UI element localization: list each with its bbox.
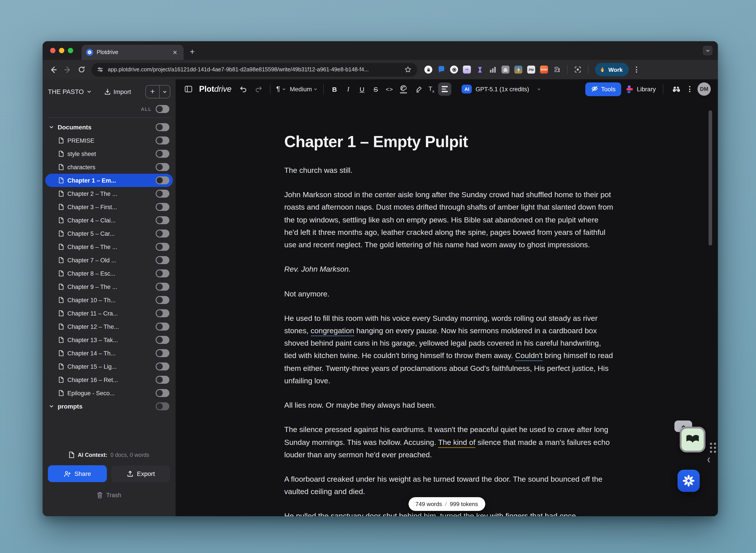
editor-menu-icon[interactable] bbox=[687, 86, 692, 92]
paragraph[interactable]: All lies now. Or maybe they always had b… bbox=[284, 399, 615, 412]
document-list-item[interactable]: Chapter 1 – Em... bbox=[45, 174, 173, 187]
avatar[interactable]: DM bbox=[697, 82, 711, 96]
section-toggle[interactable] bbox=[156, 402, 169, 410]
browser-menu-icon[interactable] bbox=[634, 67, 639, 73]
paragraph[interactable]: The church was still. bbox=[284, 164, 615, 177]
document-context-toggle[interactable] bbox=[156, 137, 169, 145]
section-toggle[interactable] bbox=[156, 123, 169, 131]
document-list-item[interactable]: Chapter 4 – Clai... bbox=[48, 214, 170, 227]
chevron-down-icon[interactable] bbox=[49, 125, 54, 130]
new-tab-button[interactable]: + bbox=[190, 47, 195, 57]
reader-extension-widget[interactable] bbox=[680, 427, 705, 453]
drive-extension-icon[interactable] bbox=[501, 66, 509, 74]
font-size-dropdown[interactable]: Medium bbox=[290, 85, 318, 93]
trash-button[interactable]: Trash bbox=[48, 492, 170, 498]
document-context-toggle[interactable] bbox=[156, 309, 169, 317]
spark-extension-icon[interactable] bbox=[514, 66, 522, 74]
stats-extension-icon[interactable] bbox=[489, 66, 497, 74]
document-list-item[interactable]: Chapter 16 – Ret... bbox=[48, 373, 170, 386]
library-button[interactable]: Library bbox=[626, 85, 656, 93]
document-list-item[interactable]: Chapter 3 – First... bbox=[48, 200, 170, 214]
document-context-toggle[interactable] bbox=[156, 216, 169, 224]
sidebar-toggle-icon[interactable] bbox=[183, 83, 194, 95]
all-toggle[interactable] bbox=[156, 105, 169, 113]
document-list-item[interactable]: Chapter 9 – The ... bbox=[48, 280, 170, 293]
chat-extension-icon[interactable] bbox=[437, 66, 445, 74]
address-bar[interactable]: app.plotdrive.com/project/a16121dd-141d-… bbox=[91, 63, 417, 76]
zoom-window-button[interactable] bbox=[68, 48, 73, 53]
document-list-item[interactable]: style sheet bbox=[48, 147, 170, 160]
export-button[interactable]: Export bbox=[111, 465, 170, 482]
document-context-toggle[interactable] bbox=[156, 296, 169, 304]
paragraph[interactable]: Rev. John Markson. bbox=[284, 263, 615, 276]
pm-extension-icon[interactable]: PM bbox=[527, 66, 535, 74]
highlighter-button[interactable] bbox=[413, 83, 424, 95]
document-list-item[interactable]: Chapter 2 – The ... bbox=[48, 187, 170, 200]
plotdrive-assistant-button[interactable] bbox=[678, 470, 700, 492]
add-document-chevron-icon[interactable] bbox=[159, 85, 170, 98]
code-button[interactable]: <> bbox=[385, 86, 394, 92]
document-list-item[interactable]: PREMISE bbox=[48, 134, 170, 147]
text-color-button[interactable] bbox=[398, 85, 409, 93]
share-button[interactable]: Share bbox=[48, 465, 107, 482]
mascot-extension-icon[interactable]: >< bbox=[463, 66, 471, 74]
camera-extension-icon[interactable] bbox=[450, 66, 458, 74]
document-list-item[interactable]: Chapter 15 – Lig... bbox=[48, 360, 170, 373]
document-list-item[interactable]: Chapter 13 – Tak... bbox=[48, 333, 170, 346]
document-list-item[interactable]: Chapter 10 – Th... bbox=[48, 293, 170, 307]
browser-tab[interactable]: Plotdrive ✕ bbox=[82, 45, 184, 60]
document-list-item[interactable]: Epilogue - Seco... bbox=[48, 386, 170, 400]
reload-icon[interactable] bbox=[77, 65, 86, 74]
back-icon[interactable] bbox=[49, 65, 58, 74]
undo-icon[interactable] bbox=[237, 83, 249, 95]
paragraph-style-button[interactable]: ¶ bbox=[276, 85, 286, 93]
redo-icon[interactable] bbox=[253, 83, 264, 95]
paragraph[interactable]: John Markson stood in the center aisle l… bbox=[284, 189, 615, 251]
document-context-toggle[interactable] bbox=[156, 349, 169, 357]
bookmark-star-icon[interactable] bbox=[404, 66, 411, 73]
document-context-toggle[interactable] bbox=[156, 243, 169, 251]
chevron-down-icon[interactable] bbox=[49, 404, 54, 409]
document-list-item[interactable]: Chapter 11 – Cra... bbox=[48, 307, 170, 320]
document-context-toggle[interactable] bbox=[156, 283, 169, 291]
binoculars-icon[interactable] bbox=[671, 83, 682, 95]
browser-profile-button[interactable]: Work bbox=[595, 63, 629, 76]
add-document-button[interactable]: + bbox=[146, 85, 159, 98]
document-body[interactable]: The church was still.John Markson stood … bbox=[284, 164, 615, 516]
document-context-toggle[interactable] bbox=[156, 269, 169, 278]
document-list-item[interactable]: characters bbox=[48, 160, 170, 174]
document-context-toggle[interactable] bbox=[156, 336, 169, 344]
tab-close-icon[interactable]: ✕ bbox=[171, 49, 179, 56]
paragraph[interactable]: He pulled the sanctuary door shut behind… bbox=[284, 510, 615, 516]
document-list-item[interactable]: Chapter 7 – Old ... bbox=[48, 253, 170, 267]
site-settings-icon[interactable] bbox=[97, 67, 103, 73]
underline-button[interactable]: U bbox=[357, 85, 367, 93]
bold-button[interactable]: B bbox=[330, 85, 339, 93]
document-list-item[interactable]: Chapter 8 – Esc... bbox=[48, 267, 170, 280]
project-chevron-down-icon[interactable] bbox=[86, 89, 92, 94]
italic-button[interactable]: I bbox=[343, 85, 353, 93]
extensions-puzzle-icon[interactable] bbox=[553, 66, 561, 74]
paragraph[interactable]: Not anymore. bbox=[284, 288, 615, 300]
close-window-button[interactable] bbox=[50, 48, 55, 53]
lock-extension-icon[interactable] bbox=[424, 66, 432, 74]
document-list-item[interactable]: Chapter 5 – Car... bbox=[48, 227, 170, 240]
hourglass-extension-icon[interactable] bbox=[476, 66, 484, 74]
document-canvas[interactable]: Chapter 1 – Empty Pulpit The church was … bbox=[176, 99, 718, 516]
document-context-toggle[interactable] bbox=[156, 230, 169, 238]
document-list-item[interactable]: Chapter 14 – Th... bbox=[48, 346, 170, 360]
screen-capture-icon[interactable] bbox=[574, 66, 582, 74]
widget-collapse-left-icon[interactable]: ❮ bbox=[707, 457, 711, 463]
chapter-heading[interactable]: Chapter 1 – Empty Pulpit bbox=[284, 133, 621, 151]
document-context-toggle[interactable] bbox=[156, 190, 169, 198]
document-context-toggle[interactable] bbox=[156, 323, 169, 330]
suno-extension-icon[interactable]: SUNO bbox=[540, 66, 548, 74]
editor-scrollbar[interactable] bbox=[708, 110, 712, 245]
tab-search-chevron-icon[interactable] bbox=[703, 46, 712, 55]
import-button[interactable]: Import bbox=[104, 88, 131, 95]
document-context-toggle[interactable] bbox=[156, 150, 169, 158]
strikethrough-button[interactable]: S bbox=[371, 85, 381, 93]
document-list-item[interactable]: Chapter 6 – The ... bbox=[48, 240, 170, 253]
ai-model-selector[interactable]: AI GPT-5.1 (1x credits) bbox=[462, 85, 541, 93]
project-name[interactable]: THE PASTO bbox=[48, 88, 84, 95]
